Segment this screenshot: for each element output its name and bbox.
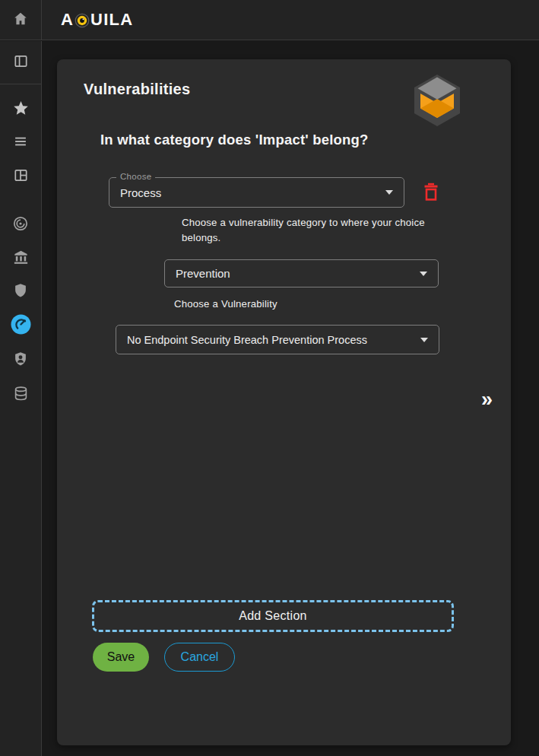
dashboard-layout-icon (12, 167, 30, 187)
chevron-down-icon (385, 190, 393, 195)
home-icon (12, 11, 29, 30)
vulnerability-select-value: No Endpoint Security Breach Prevention P… (127, 334, 367, 346)
aquila-eye-icon (75, 13, 90, 28)
database-icon (12, 385, 30, 405)
cancel-button[interactable]: Cancel (164, 643, 235, 672)
page-title: Vulnerabilities (84, 81, 190, 98)
cube-box-icon (413, 75, 461, 129)
add-section-button[interactable]: Add Section (92, 600, 454, 632)
category-helper-text: Choose a vulnerability category to where… (182, 215, 426, 246)
delete-section-button[interactable] (421, 183, 441, 202)
vulnerability-type-select[interactable]: Prevention (164, 259, 439, 287)
sidebar-item-security[interactable] (0, 281, 41, 303)
brand-text-prefix: A (61, 10, 74, 30)
brand-text-suffix: UILA (90, 10, 133, 30)
vulnerability-helper-text: Choose a Vulnerability (174, 297, 277, 312)
bank-icon (12, 249, 30, 269)
star-icon (12, 100, 30, 120)
topbar: A UILA (0, 0, 539, 40)
sidebar-item-favorites[interactable] (0, 99, 41, 120)
chevron-down-icon (420, 272, 427, 276)
vulnerability-select[interactable]: No Endpoint Security Breach Prevention P… (116, 325, 439, 354)
user-shield-icon (12, 351, 29, 370)
vulnerabilities-card: Vulnerabilities In what category does 'I… (57, 59, 511, 745)
sidebar-item-institution[interactable] (0, 248, 41, 269)
trash-icon (423, 183, 439, 203)
chevron-down-icon (420, 338, 428, 342)
sidebar-item-data[interactable] (0, 384, 41, 405)
gauge-icon (11, 314, 31, 338)
shield-icon (12, 282, 29, 302)
brand-logo: A UILA (61, 10, 133, 30)
sidebar-item-admin[interactable] (0, 350, 41, 371)
menu-icon (12, 133, 29, 153)
question-text: In what category does 'Impact' belong? (100, 132, 369, 148)
sidebar (0, 41, 42, 756)
category-select-label: Choose (116, 172, 155, 181)
sidebar-item-assessment-active[interactable] (0, 315, 41, 336)
category-select-value: Process (120, 186, 161, 199)
vulnerability-type-select-value: Prevention (176, 267, 230, 280)
sidebar-item-dashboard[interactable] (0, 166, 41, 187)
sidebar-item-menu[interactable] (0, 132, 41, 154)
sidebar-item-tracking[interactable] (0, 214, 41, 236)
double-chevron-right-icon[interactable]: » (481, 389, 493, 410)
radar-icon (11, 214, 30, 236)
sidebar-item-panel[interactable] (0, 41, 41, 84)
save-button[interactable]: Save (93, 643, 149, 672)
category-select[interactable]: Choose Process (109, 177, 404, 208)
home-button[interactable] (0, 0, 42, 40)
side-panel-icon (12, 52, 30, 73)
